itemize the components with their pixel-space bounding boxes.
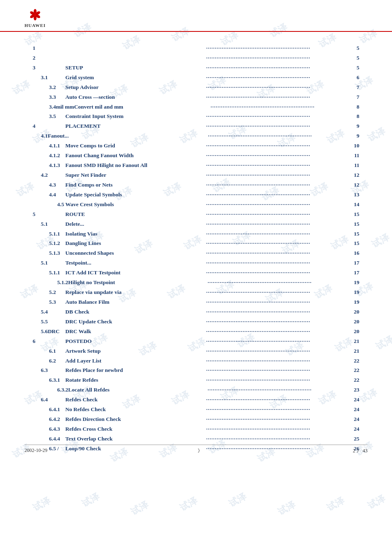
toc-dots: ········································… (206, 239, 345, 247)
toc-page: 9 (347, 132, 359, 140)
toc-page: 12 (347, 171, 359, 180)
toc-title: ICT Add ICT Testpoint (65, 269, 205, 277)
toc-number: 1 (33, 44, 65, 53)
toc-dots: ········································… (206, 122, 345, 130)
toc-title: Convert mil and mm (74, 103, 209, 111)
toc-page: 11 (347, 151, 359, 160)
toc-dots: ········································… (206, 396, 345, 404)
toc-number: 5.1.3 (33, 249, 65, 258)
toc-row: 5ROUTE ·································… (33, 210, 359, 219)
toc-dots: ········································… (206, 151, 345, 160)
toc-page: 22 (347, 357, 359, 365)
toc-title: Unconnected Shapes (65, 249, 205, 258)
toc-title: No Refdes Check (65, 405, 205, 414)
toc-title: Grid system (65, 73, 205, 82)
toc-page: 14 (347, 200, 359, 209)
toc-title: Hilight no Testpoint (68, 278, 206, 287)
toc-dots: ········································… (208, 278, 346, 287)
toc-page: 16 (347, 249, 359, 258)
toc-page: 5 (347, 44, 359, 53)
toc-page: 12 (347, 181, 359, 189)
toc-page: 19 (347, 288, 359, 297)
toc-number: 5.1.2 (33, 278, 68, 287)
toc-row: 4PLACEMENT ·····························… (33, 122, 359, 131)
toc-number: 4 (33, 122, 65, 131)
toc-dots: ········································… (206, 142, 345, 150)
toc-number: 5.3 (33, 298, 65, 307)
toc-title: Find Comps or Nets (65, 181, 205, 189)
toc-dots: ········································… (206, 249, 345, 257)
toc-number: 6.2 (33, 357, 65, 365)
toc-title: Isolating Vias (65, 230, 205, 238)
toc-row: 4.1.2Fanout Chang Fanout Width ·········… (33, 151, 359, 160)
toc-row: 4.1.3Fanout SMD Hilight no Fanout All ··… (33, 161, 359, 170)
toc-number: 3.4mil mm (33, 103, 74, 111)
toc-page: 8 (347, 103, 359, 111)
toc-page: 19 (347, 278, 359, 287)
toc-page: 22 (347, 366, 359, 375)
toc-dots: ········································… (208, 386, 346, 394)
toc-page: 25 (347, 435, 359, 443)
toc-page: 23 (347, 386, 359, 394)
toc-number: 6.4.1 (33, 405, 65, 414)
toc-title: Move Comps to Grid (65, 142, 205, 150)
toc-title: Refdes Place for newbrd (65, 366, 205, 375)
toc-row: 6POSTEDO ·······························… (33, 337, 359, 346)
toc-number: 6.4.3 (33, 425, 65, 434)
toc-dots: ········································… (206, 73, 345, 82)
toc-page: 20 (347, 327, 359, 336)
toc-dots: ········································… (206, 337, 345, 345)
toc-number: 5.1.1 (33, 269, 65, 277)
toc-dots: ········································… (206, 318, 345, 326)
toc-page: 24 (347, 415, 359, 424)
toc-number: 5.1.1 (33, 230, 65, 238)
toc-title: Testpoint... (65, 259, 205, 267)
footer-right: 2 》 43 (353, 447, 368, 454)
toc-title: Refdes Direction Check (65, 415, 205, 424)
toc-number: 4.1Fanout... (33, 132, 69, 140)
toc-dots: ········································… (206, 210, 345, 218)
toc-row: 6.3.2Locate All Refdes ·················… (33, 386, 359, 394)
toc-number: 6.3 (33, 366, 65, 375)
toc-dots: ········································… (206, 161, 345, 169)
toc-row: 4.2Super Net Finder ····················… (33, 171, 359, 180)
toc-row: 3.5Constraint Input System ·············… (33, 112, 359, 121)
toc-number: 6.3.2 (33, 386, 68, 394)
toc-page: 22 (347, 376, 359, 385)
toc-row: 6.4.1No Refdes Check ···················… (33, 405, 359, 414)
toc-row: 3SETUP ·································… (33, 64, 359, 72)
toc-title: Auto Cross —section (65, 93, 205, 102)
toc-row: 6.4Refdes Check ························… (33, 396, 359, 404)
toc-dots: ········································… (206, 83, 345, 91)
toc-page: 7 (347, 93, 359, 102)
toc-dots: ········································… (206, 54, 345, 62)
toc-dots: ········································… (206, 259, 345, 267)
toc-title: Artwork Setup (65, 347, 205, 356)
toc-dots: ········································… (206, 191, 345, 199)
toc-number: 5.6DRC (33, 327, 65, 336)
toc-row: 3.3Auto Cross —section ·················… (33, 93, 359, 102)
toc-number: 6.4.4 (33, 435, 65, 443)
toc-page: 15 (347, 210, 359, 219)
toc-title: Update Special Symbols (65, 191, 205, 199)
toc-title: Dangling Lines (65, 239, 205, 248)
toc-number: 6.4.2 (33, 415, 65, 424)
toc-dots: ········································… (206, 44, 345, 52)
toc-dots: ········································… (206, 347, 345, 355)
toc-title: DB Check (65, 308, 205, 316)
toc-container: 1 ······································… (0, 32, 392, 463)
toc-dots: ········································… (206, 269, 345, 277)
toc-page: 15 (347, 239, 359, 248)
toc-title: Refdes Cross Check (65, 425, 205, 434)
toc-page: 15 (347, 220, 359, 229)
toc-row: 5.1.1Isolating Vias ····················… (33, 230, 359, 238)
toc-page: 20 (347, 318, 359, 326)
toc-number: 3.3 (33, 93, 65, 102)
toc-row: 5.3Auto Balance Film ···················… (33, 298, 359, 307)
toc-row: 3.2Setup Advisor ·······················… (33, 83, 359, 92)
toc-dots: ········································… (206, 288, 345, 296)
toc-dots: ········································… (206, 171, 345, 179)
toc-page: 13 (347, 191, 359, 199)
toc-dots: ········································… (206, 415, 345, 423)
toc-row: 5.5DRC Update Check ····················… (33, 318, 359, 326)
